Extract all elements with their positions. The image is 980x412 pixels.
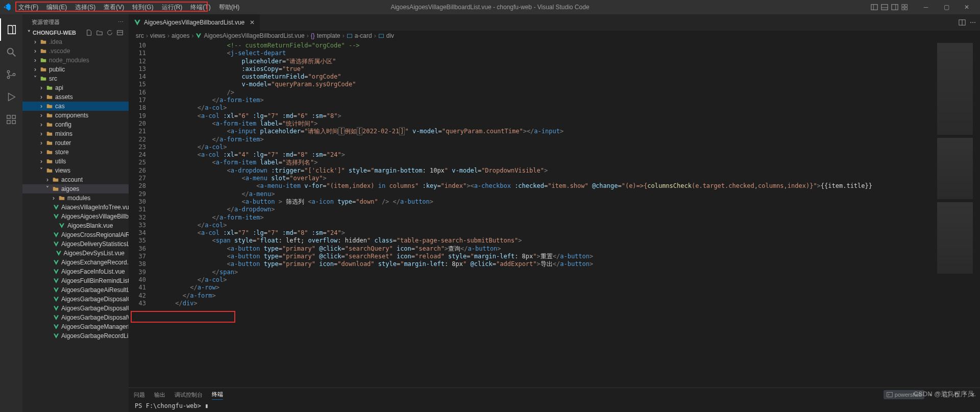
folder-icon	[58, 195, 65, 202]
breadcrumb-item[interactable]: views	[150, 32, 165, 39]
tree-item[interactable]: ›public	[22, 65, 129, 74]
folder-icon	[52, 185, 59, 192]
tree-item[interactable]: ›mixins	[22, 129, 129, 138]
panel-chevron-icon[interactable]: ^	[964, 391, 966, 399]
tree-item[interactable]: ›components	[22, 111, 129, 120]
terminal-shell-selector[interactable]: powershell	[884, 390, 925, 399]
new-folder-icon[interactable]	[96, 29, 103, 36]
tree-item[interactable]: AigoesGarbageDisposalWork…	[22, 313, 129, 322]
terminal-dropdown-icon[interactable]: ˅	[936, 391, 939, 399]
panel-tab[interactable]: 调试控制台	[175, 390, 203, 400]
collapse-icon[interactable]	[116, 29, 124, 36]
breadcrumb-item[interactable]: div	[378, 32, 394, 39]
panel-tab[interactable]: 问题	[134, 390, 145, 400]
tree-item[interactable]: ›account	[22, 175, 129, 184]
tree-item[interactable]: AigoesFaceInfoList.vue	[22, 267, 129, 276]
sidebar-more-icon[interactable]: ⋯	[118, 19, 124, 26]
tree-item[interactable]: ›api	[22, 83, 129, 92]
tree-item[interactable]: ˅aigoes	[22, 184, 129, 193]
tree-item[interactable]: AigoesBlank.vue	[22, 221, 129, 230]
layout-right-icon[interactable]	[891, 4, 898, 11]
svg-rect-24	[347, 34, 352, 38]
explorer-icon[interactable]	[0, 18, 22, 41]
close-button[interactable]: ✕	[957, 0, 977, 14]
tree-item[interactable]: AigoesGarbageDisposalUplo…	[22, 304, 129, 313]
tab-more-icon[interactable]: ⋯	[970, 19, 976, 26]
code-editor[interactable]: <!-- customReturnField="orgCode" --> <j-…	[153, 41, 934, 387]
debug-icon[interactable]	[0, 86, 22, 108]
tree-item[interactable]: ›router	[22, 138, 129, 148]
panel-tab[interactable]: 输出	[154, 390, 165, 400]
menu-item[interactable]: 查看(V)	[100, 0, 128, 14]
tree-item[interactable]: AigoesCrossRegionalAiResult…	[22, 230, 129, 239]
tree-item[interactable]: AigoesDeliveryStatisticsList.v…	[22, 239, 129, 249]
split-editor-icon[interactable]	[959, 19, 966, 26]
folder-icon	[46, 149, 53, 156]
tree-item[interactable]: AigoesExchangeRecord.vue	[22, 258, 129, 267]
menu-item[interactable]: 运行(R)	[158, 0, 187, 14]
breadcrumb-item[interactable]: aigoes	[172, 32, 189, 39]
add-terminal-icon[interactable]: +	[928, 391, 932, 399]
folder-icon	[46, 139, 53, 147]
tree-item[interactable]: ›.vscode	[22, 46, 129, 56]
tree-item[interactable]: ˅views	[22, 166, 129, 175]
close-tab-icon[interactable]: ✕	[248, 19, 255, 26]
svg-rect-7	[905, 5, 907, 7]
minimize-button[interactable]: ─	[916, 0, 936, 14]
breadcrumb-item[interactable]: src	[136, 32, 144, 39]
grid-icon[interactable]	[901, 4, 909, 11]
menu-item[interactable]: 终端(T)	[186, 0, 214, 14]
tree-item[interactable]: AigoesGarbageManagerFace…	[22, 322, 129, 331]
menu-item[interactable]: 选择(S)	[71, 0, 100, 14]
maximize-button[interactable]: ▢	[936, 0, 957, 14]
vue-icon	[53, 277, 59, 284]
tree-item[interactable]: AigoesDevSysList.vue	[22, 249, 129, 258]
tree-item[interactable]: ›node_modules	[22, 56, 129, 65]
sidebar-root[interactable]: ˅ CHONGFU-WEB	[22, 28, 129, 37]
tree-item[interactable]: ›assets	[22, 92, 129, 102]
breadcrumb-item[interactable]: a-card	[347, 32, 372, 39]
panel-icon[interactable]	[881, 4, 888, 11]
extensions-icon[interactable]	[0, 108, 22, 131]
breadcrumb-item[interactable]: AigoesAigoesVillageBillboardList.vue	[195, 32, 304, 39]
line-gutter: 1011121314151617181920212223242526272829…	[129, 41, 153, 387]
refresh-icon[interactable]	[106, 29, 113, 36]
vue-icon	[53, 323, 59, 330]
svg-rect-19	[12, 115, 15, 118]
sidebar-title: 资源管理器	[32, 18, 60, 26]
tree-item[interactable]: ›utils	[22, 157, 129, 166]
scm-icon[interactable]	[0, 63, 22, 86]
tree-item[interactable]: ›config	[22, 120, 129, 129]
svg-rect-18	[12, 120, 15, 124]
tree-item[interactable]: ›modules	[22, 193, 129, 203]
tree-item[interactable]: ›.idea	[22, 37, 129, 46]
close-panel-icon[interactable]: ✕	[970, 391, 975, 399]
tree-item[interactable]: ›cas	[22, 102, 129, 111]
menu-item[interactable]: 编辑(E)	[42, 0, 71, 14]
search-icon[interactable]	[0, 41, 22, 63]
new-file-icon[interactable]	[86, 29, 93, 36]
tree-item[interactable]: ˅src	[22, 74, 129, 83]
svg-rect-16	[7, 115, 10, 118]
layout-icon[interactable]	[871, 4, 878, 11]
editor-area: AigoesAigoesVillageBillboardList.vue ✕ ⋯…	[129, 14, 980, 412]
tree-item[interactable]: AiaoesVillageInfoTree.vue	[22, 203, 129, 212]
menu-item[interactable]: 帮助(H)	[215, 0, 244, 14]
breadcrumb-item[interactable]: {}template	[311, 32, 340, 39]
terminal-line[interactable]: PS F:\chongfu-web> ▮	[129, 401, 980, 410]
tree-item[interactable]: AigoesGarbageDisposalChec…	[22, 295, 129, 304]
minimap[interactable]	[934, 41, 980, 387]
menu-bar: 文件(F)编辑(E)选择(S)查看(V)转到(G)运行(R)终端(T)帮助(H)	[14, 0, 243, 14]
tree-item[interactable]: ›store	[22, 148, 129, 157]
menu-item[interactable]: 转到(G)	[128, 0, 157, 14]
split-terminal-icon[interactable]	[943, 392, 949, 398]
menu-item[interactable]: 文件(F)	[14, 0, 42, 14]
vue-icon	[56, 250, 62, 257]
editor-tab[interactable]: AigoesAigoesVillageBillboardList.vue ✕	[129, 14, 260, 31]
tree-item[interactable]: AigoesGarbageRecordList.vue	[22, 331, 129, 341]
tree-item[interactable]: AigoesFullBinRemindList.vue	[22, 276, 129, 285]
trash-icon[interactable]	[953, 392, 960, 398]
tree-item[interactable]: AigoesAigoesVillageBillboa…	[22, 212, 129, 221]
panel-tab[interactable]: 终端	[212, 390, 223, 400]
tree-item[interactable]: AigoesGarbageAiResultList.v…	[22, 285, 129, 295]
